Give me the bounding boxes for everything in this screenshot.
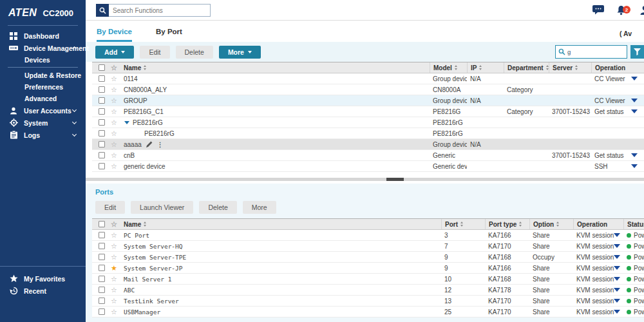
row-checkbox[interactable] <box>99 152 105 158</box>
sidebar-item-update-restore[interactable]: Update & Restore <box>0 70 86 81</box>
sidebar-item-dashboard[interactable]: Dashboard <box>0 30 86 42</box>
notifications-bell-icon[interactable]: 2 <box>616 9 626 17</box>
operation-dropdown-icon[interactable] <box>614 299 620 303</box>
star-icon[interactable]: ☆ <box>111 75 117 82</box>
row-checkbox[interactable] <box>99 232 105 238</box>
table-row[interactable]: ☆CN8000A_ALYCN8000ACategory <box>92 84 644 95</box>
kebab-menu-icon[interactable]: ⋮ <box>157 141 164 148</box>
operation-dropdown-icon[interactable] <box>614 233 620 237</box>
star-icon[interactable]: ☆ <box>111 298 117 305</box>
operation-dropdown-icon[interactable] <box>614 288 620 292</box>
user-account-icon[interactable] <box>639 5 644 17</box>
device-search-input[interactable] <box>567 48 621 55</box>
table-row[interactable]: ☆aaaaa⋮Group deviceN/A <box>92 139 644 150</box>
sort-icon[interactable] <box>455 65 457 70</box>
sort-icon[interactable] <box>479 65 482 70</box>
table-row[interactable]: ☆cnBGeneric3700T-15243Get status <box>92 150 644 161</box>
star-icon[interactable]: ☆ <box>111 141 117 148</box>
horizontal-scrollbar[interactable] <box>86 178 644 181</box>
row-checkbox[interactable] <box>99 276 105 282</box>
table-row[interactable]: ☆Mail Server 110KA7168ShareKVM sessionPo… <box>92 274 644 285</box>
delete-button[interactable]: Delete <box>176 46 213 59</box>
column-header-name[interactable]: Name <box>120 219 441 229</box>
sidebar-item-system[interactable]: System <box>0 117 86 129</box>
operation-dropdown-icon[interactable] <box>631 99 638 102</box>
sidebar-item-my-favorites[interactable]: My Favorites <box>0 272 86 285</box>
operation-dropdown-icon[interactable] <box>614 310 620 314</box>
table-row[interactable]: ☆ABC12KA7178ShareKVM sessionPower ON <box>92 285 644 296</box>
row-checkbox[interactable] <box>99 243 105 249</box>
table-row[interactable]: ☆PC Port3KA7166ShareKVM sessionPower ON <box>92 230 644 241</box>
operation-dropdown-icon[interactable] <box>631 109 638 113</box>
tab-by-port[interactable]: By Port <box>156 28 182 42</box>
sidebar-item-user-accounts[interactable]: User Accounts <box>0 104 86 117</box>
edit-button[interactable]: Edit <box>140 46 169 59</box>
star-icon[interactable]: ☆ <box>111 119 117 126</box>
operation-dropdown-icon[interactable] <box>631 77 638 80</box>
tab-by-device[interactable]: By Device <box>97 28 132 42</box>
more-button[interactable]: More <box>243 201 276 214</box>
sort-icon[interactable] <box>519 222 522 227</box>
star-icon[interactable]: ☆ <box>111 163 117 170</box>
operation-dropdown-icon[interactable] <box>614 244 620 248</box>
star-icon[interactable]: ☆ <box>111 97 117 104</box>
sidebar-item-preferences[interactable]: Preferences <box>0 81 86 93</box>
table-row[interactable]: ☆System Server-HQ7KA7170ShareKVM session… <box>92 241 644 252</box>
row-checkbox[interactable] <box>99 163 105 169</box>
operation-dropdown-icon[interactable] <box>631 153 638 157</box>
table-row[interactable]: ★System Server-JP9KA7166ShareKVM session… <box>92 263 644 274</box>
column-header-option[interactable]: Option <box>529 219 573 229</box>
row-checkbox[interactable] <box>99 308 105 315</box>
table-row[interactable]: ☆generic deviceGeneric deviceSSH <box>92 161 644 172</box>
sidebar-item-recent[interactable]: Recent <box>0 285 86 297</box>
scrollbar-thumb[interactable] <box>386 178 404 181</box>
table-row[interactable]: ☆PE8216rGPE8216rG <box>92 128 644 139</box>
star-icon[interactable]: ☆ <box>111 152 117 159</box>
sort-icon[interactable] <box>556 222 559 227</box>
column-header-ip[interactable]: IP <box>467 62 504 73</box>
star-icon[interactable]: ☆ <box>111 108 117 115</box>
row-checkbox[interactable] <box>99 119 105 126</box>
row-checkbox[interactable] <box>99 265 105 271</box>
column-header-department[interactable]: Department <box>504 62 549 73</box>
edit-pencil-icon[interactable] <box>146 141 153 147</box>
add-button[interactable]: Add <box>95 46 134 59</box>
column-header-server[interactable]: Server <box>549 62 591 73</box>
row-checkbox[interactable] <box>99 75 105 82</box>
star-icon[interactable]: ☆ <box>111 86 117 93</box>
sort-icon[interactable] <box>144 222 146 227</box>
star-icon[interactable]: ☆ <box>111 254 117 261</box>
operation-dropdown-icon[interactable] <box>614 255 620 259</box>
sidebar-item-device-management[interactable]: Device Management <box>0 42 86 54</box>
column-header-name[interactable]: Name <box>120 62 430 73</box>
star-icon[interactable]: ☆ <box>111 308 117 316</box>
table-row[interactable]: ☆GROUPGroup deviceN/ACC Viewer <box>92 95 644 106</box>
row-checkbox[interactable] <box>99 298 105 304</box>
more-button[interactable]: More <box>219 46 261 59</box>
row-checkbox[interactable] <box>99 108 105 115</box>
sort-icon[interactable] <box>546 65 549 70</box>
launch-viewer-button[interactable]: Launch Viewer <box>131 201 193 214</box>
table-row[interactable]: ☆TestLink Server13KA7170ShareKVM session… <box>92 296 644 307</box>
table-row[interactable]: ☆0114Group deviceN/ACC Viewer <box>92 73 644 84</box>
sidebar-item-advanced[interactable]: Advanced <box>0 93 86 104</box>
row-checkbox[interactable] <box>99 130 105 137</box>
favorite-star-icon[interactable]: ★ <box>111 265 117 272</box>
select-all-checkbox[interactable] <box>99 64 105 71</box>
chat-icon[interactable] <box>592 5 604 16</box>
row-checkbox[interactable] <box>99 141 105 147</box>
star-icon[interactable]: ☆ <box>111 130 117 137</box>
select-all-checkbox[interactable] <box>99 221 105 227</box>
table-row[interactable]: ☆PE8216rGPE8216rG <box>92 117 644 128</box>
table-row[interactable]: ☆PE8216G_C1PE8216GCategory3700T-15243Get… <box>92 106 644 117</box>
expand-caret-icon[interactable] <box>124 121 129 124</box>
row-checkbox[interactable] <box>99 254 105 260</box>
operation-dropdown-icon[interactable] <box>614 266 620 270</box>
sidebar-item-devices[interactable]: Devices <box>0 54 86 66</box>
operation-dropdown-icon[interactable] <box>614 277 620 281</box>
column-header-port-type[interactable]: Port type <box>485 219 529 229</box>
table-row[interactable]: ☆USBManager25KA7170ShareKVM sessionPower… <box>92 307 644 317</box>
column-header-port[interactable]: Port <box>441 219 485 229</box>
sort-icon[interactable] <box>575 65 578 70</box>
sidebar-item-logs[interactable]: Logs <box>0 129 86 141</box>
